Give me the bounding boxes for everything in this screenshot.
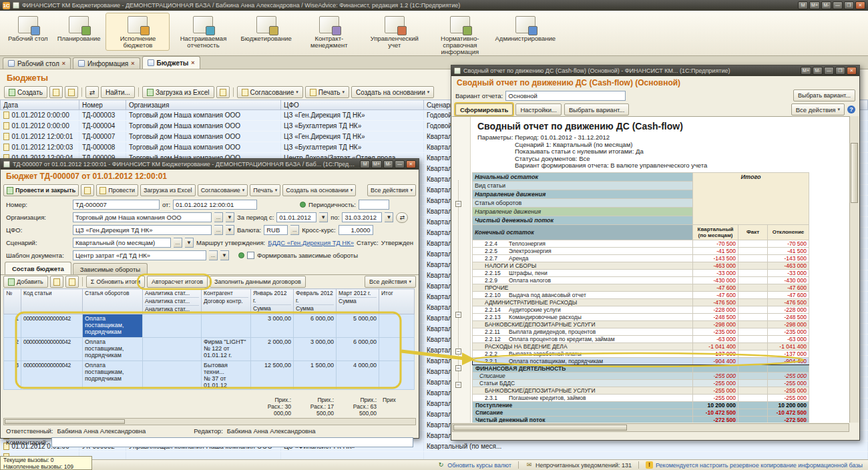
update-rates-link[interactable]: ↻ Обновить курсы валют (437, 461, 511, 469)
print-button[interactable]: Печать▾ (305, 86, 349, 98)
plan-value-cell[interactable]: -143 500 (693, 254, 738, 262)
add-row-button[interactable]: Добавить (3, 276, 48, 288)
budget-row[interactable] (1, 452, 868, 460)
march-cell[interactable]: 5 000,00 (337, 314, 379, 338)
deviation-value-cell[interactable]: -228 000 (768, 306, 809, 313)
col-date[interactable]: Дата (1, 100, 79, 110)
february-cell[interactable]: 3 000,00 (294, 338, 337, 361)
col-organization[interactable]: Организация (126, 100, 281, 110)
fact-value-cell[interactable] (738, 416, 768, 423)
auto-calc-button[interactable]: Авторасчет итогов (147, 276, 208, 288)
grid-row[interactable]: 2 0000000000000042 Оплата поставщикам, п… (4, 338, 415, 361)
comment-field[interactable] (51, 437, 413, 447)
ribbon-item[interactable]: Исполнение бюджетов (105, 13, 170, 51)
plan-value-cell[interactable]: -47 600 (693, 291, 738, 298)
plan-value-cell[interactable]: -1 041 400 (693, 342, 738, 350)
deviation-value-cell[interactable]: -255 000 (768, 394, 809, 401)
plan-value-cell[interactable]: -41 500 (693, 247, 738, 254)
deviation-value-cell[interactable]: -463 000 (768, 262, 809, 269)
choose-variant-button[interactable]: Выбрать вариант... (564, 103, 629, 115)
plan-value-cell[interactable] (693, 365, 738, 372)
open-button[interactable]: ▼ (226, 212, 234, 222)
dependent-checkbox[interactable] (247, 252, 254, 259)
plan-value-cell[interactable]: -63 000 (693, 335, 738, 342)
february-cell[interactable]: 6 000,00 (294, 314, 337, 338)
report-row[interactable]: БАНКОВСКИЕ/ДЕПОЗИТАРНЫЕ УСЛУГИ -255 000 … (473, 387, 809, 394)
col-number[interactable]: Номер (79, 100, 126, 110)
number-field[interactable]: ТД-000007 (73, 200, 160, 210)
fact-value-cell[interactable] (738, 284, 768, 291)
report-row[interactable]: Статьи БДДС -255 000 -255 000 (473, 379, 809, 387)
ribbon-item[interactable]: Настраиваемая отчетность (171, 13, 235, 51)
plan-value-cell[interactable]: -272 500 (693, 416, 738, 423)
fact-value-cell[interactable] (738, 262, 768, 269)
open-button[interactable]: ▼ (226, 225, 234, 235)
grid-hscrollbar[interactable] (3, 418, 416, 425)
col-fact[interactable]: Факт (738, 224, 768, 240)
deviation-value-cell[interactable]: -248 500 (768, 313, 809, 320)
report-row[interactable]: 2.3.1Погашение кредитов, займов -255 000… (473, 394, 809, 401)
deviation-value-cell[interactable]: -272 500 (768, 416, 809, 423)
analytics-cell[interactable] (143, 314, 202, 338)
fact-value-cell[interactable] (738, 350, 768, 357)
choose-variant-button[interactable]: Выбрать вариант... (793, 89, 855, 101)
report-row[interactable]: Чистый денежный поток -272 500 -272 500 (473, 416, 809, 423)
article-cell[interactable]: Оплата поставщикам, подрядчикам (83, 314, 143, 338)
ribbon-item[interactable]: Администрирование (493, 13, 558, 44)
plan-value-cell[interactable]: -904 400 (693, 357, 738, 365)
plan-value-cell[interactable]: -255 000 (693, 372, 738, 379)
col-cfo[interactable]: ЦФО (281, 100, 424, 110)
plan-value-cell[interactable]: -255 000 (693, 394, 738, 401)
window-button[interactable]: М- (821, 1, 831, 9)
report-row[interactable]: РАСХОДЫ НА ВЕДЕНИЕ ДЕЛА -1 041 400 -1 04… (473, 342, 809, 350)
plan-value-cell[interactable]: -255 000 (693, 387, 738, 394)
backup-recommendation-link[interactable]: ! Рекомендуется настроить резервное копи… (646, 461, 863, 469)
plan-value-cell[interactable]: -228 000 (693, 306, 738, 313)
open-button[interactable]: ▼ (220, 250, 229, 260)
responsible-value[interactable]: Бабкина Анна Александровна (57, 427, 146, 435)
col-january[interactable]: Январь 2012 г.Сумма (251, 289, 294, 314)
article-cell[interactable]: Оплата поставщикам, подрядчикам (83, 361, 143, 390)
fact-value-cell[interactable] (738, 394, 768, 401)
col-february[interactable]: Февраль 2012 г.Сумма (294, 289, 337, 314)
excel-load-button[interactable]: Загрузка из Excel (140, 184, 196, 196)
tab[interactable]: Рабочий стол × (3, 57, 71, 69)
plan-value-cell[interactable]: 10 200 000 (693, 401, 738, 409)
fact-value-cell[interactable] (738, 401, 768, 409)
route-link[interactable]: БДДС «Ген.Дирекция ТД НК» (268, 239, 354, 246)
create-button[interactable]: Создать (4, 86, 47, 98)
window-button[interactable]: ✕ (855, 1, 865, 9)
tab-close-icon[interactable]: × (191, 59, 194, 66)
period-to-field[interactable]: 31.03.2012 (342, 212, 382, 222)
plan-value-cell[interactable]: -430 000 (693, 276, 738, 284)
report-row[interactable]: 2.2.12Оплата процентов по кредитам, займ… (473, 335, 809, 342)
select-button[interactable]: ... (174, 238, 182, 248)
find-button[interactable]: Найти... (101, 86, 135, 98)
fact-value-cell[interactable] (738, 357, 768, 365)
deviation-value-cell[interactable]: 10 200 000 (768, 401, 809, 409)
list-settings-button[interactable] (216, 86, 230, 98)
collapse-icon[interactable]: − (455, 348, 461, 355)
plan-value-cell[interactable]: -235 000 (693, 328, 738, 335)
march-cell[interactable]: 6 000,00 (337, 338, 379, 361)
col-article[interactable]: Статья оборотов (83, 289, 143, 314)
refresh-totals-button[interactable]: ΣОбновить итоги (86, 276, 145, 288)
report-row[interactable]: 2.2.10Выдача под авансовый отчет -47 600… (473, 291, 809, 298)
col-analytics[interactable]: Аналитика стат... Аналитика стат... Анал… (143, 289, 202, 314)
report-row[interactable]: Поступление 10 200 000 10 200 000 (473, 401, 809, 409)
window-button[interactable]: ❐ (844, 1, 854, 9)
deviation-value-cell[interactable]: -476 500 (768, 298, 809, 306)
ribbon-item[interactable]: Бюджетирование (236, 13, 295, 44)
fact-value-cell[interactable] (738, 379, 768, 387)
partner-cell[interactable]: Фирма "LIGHT"№ 122 от 01.01.12 г. (202, 338, 251, 361)
col-total[interactable]: Итог (379, 289, 415, 314)
fact-value-cell[interactable] (738, 372, 768, 379)
variant-field[interactable]: Основной (505, 91, 626, 101)
col-march[interactable]: Март 2012 г.Сумма (337, 289, 379, 314)
window-button[interactable]: ✕ (406, 160, 416, 168)
fill-from-contracts-button[interactable]: Заполнить данными договоров (210, 276, 306, 288)
print-button[interactable]: Печать▾ (250, 184, 280, 196)
deviation-value-cell[interactable]: -255 000 (768, 379, 809, 387)
select-button[interactable]: ... (214, 225, 223, 235)
plan-value-cell[interactable]: -255 000 (693, 379, 738, 387)
